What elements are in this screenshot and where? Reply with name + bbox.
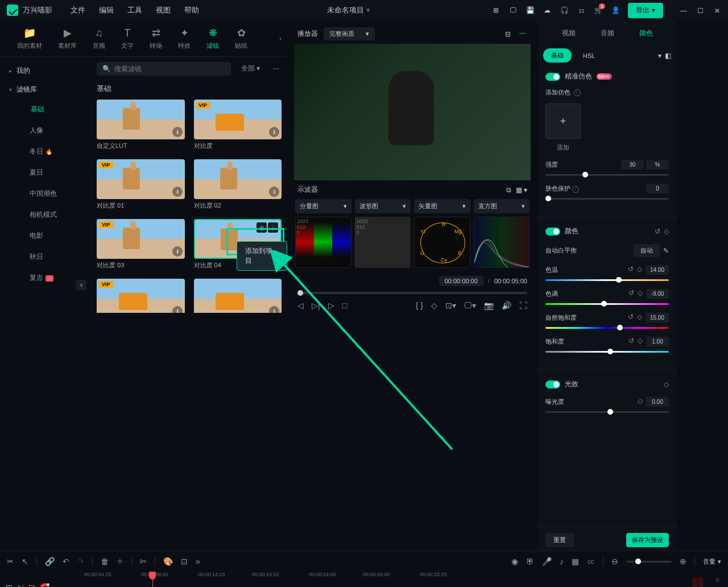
stop-icon[interactable]: □ xyxy=(342,301,347,310)
dropdown-icon[interactable]: ▾ xyxy=(658,52,661,60)
export-button[interactable]: 导出 ▾ xyxy=(628,3,663,18)
preset-contrast[interactable]: VIP⬇对比度 xyxy=(194,100,282,150)
reset-icon[interactable]: ↺ xyxy=(655,228,660,235)
subtab-basic[interactable]: 基础 xyxy=(543,48,572,63)
menu-view[interactable]: 视图 xyxy=(149,3,177,18)
tool-cc[interactable]: ㏄ xyxy=(587,556,595,567)
mark-icon[interactable]: ◇ xyxy=(431,301,437,310)
zoom-out-icon[interactable]: ⊖ xyxy=(611,557,618,566)
menu-file[interactable]: 文件 xyxy=(64,3,92,18)
menu-help[interactable]: 帮助 xyxy=(177,3,206,18)
zoom-slider[interactable] xyxy=(626,561,672,563)
layout-icon[interactable]: ⊞ xyxy=(491,6,500,15)
monitor-icon[interactable]: 🖵 xyxy=(508,6,518,15)
tl-group-icon[interactable]: ⊟ xyxy=(28,583,35,587)
scope-tab-waveform[interactable]: 波形图▾ xyxy=(355,199,411,213)
fullscreen-icon[interactable]: ⛶ xyxy=(519,301,527,310)
tool-music-note[interactable]: ♪ xyxy=(560,557,564,566)
headset-icon[interactable]: 🎧 xyxy=(560,6,569,15)
menu-edit[interactable]: 编辑 xyxy=(92,3,121,18)
tool-delete[interactable]: 🗑 xyxy=(101,557,109,566)
filter-dropdown[interactable]: 全部 ▾ xyxy=(235,61,266,76)
subtab-hsl[interactable]: HSL xyxy=(575,49,603,62)
tool-color[interactable]: 🎨 xyxy=(163,557,173,566)
scope-tab-histogram[interactable]: 直方图▾ xyxy=(474,199,530,213)
tab-audio[interactable]: ♫音频 xyxy=(93,27,105,50)
tab-transition[interactable]: ⇄转场 xyxy=(150,27,162,50)
sidebar-cat-china[interactable]: 中国潮色 xyxy=(0,183,91,204)
quality-dropdown[interactable]: 完整画质▾ xyxy=(324,27,375,40)
tool-more[interactable]: » xyxy=(196,557,200,566)
tab-filters[interactable]: ❋滤镜 xyxy=(206,27,219,50)
sidebar-cat-winter[interactable]: 冬日🔥 xyxy=(0,141,91,162)
timeline-tracks[interactable]: 00:00:04:25 00:00:09:20 00:00:14:15 00:0… xyxy=(73,572,688,587)
tab-color[interactable]: 颜色 xyxy=(635,26,657,40)
volume-icon[interactable]: 🔊 xyxy=(502,301,511,310)
sidebar-cat-autumn[interactable]: 秋日 xyxy=(0,246,91,267)
bracket-icon[interactable]: { } xyxy=(416,301,423,310)
preset-item[interactable]: VIP⬇ xyxy=(97,279,185,313)
tool-split[interactable]: ✄ xyxy=(140,557,147,566)
skin-protect-slider[interactable] xyxy=(545,198,669,200)
exposure-slider[interactable] xyxy=(545,411,669,413)
tool-link[interactable]: 🔗 xyxy=(45,557,55,566)
prev-frame-icon[interactable]: ◁ xyxy=(297,301,304,310)
save-icon[interactable]: 💾 xyxy=(526,6,535,15)
compare-icon[interactable]: ◧ xyxy=(665,52,671,60)
tool-align[interactable]: ▦ xyxy=(572,557,579,566)
preset-contrast-01[interactable]: VIP⬇对比度 01 xyxy=(97,159,185,210)
tab-video[interactable]: 视频 xyxy=(557,26,580,40)
scope-tab-vector[interactable]: 矢量图▾ xyxy=(414,199,470,213)
waveform-toggle-icon[interactable]: 〰 xyxy=(518,30,527,39)
tab-stock[interactable]: ▶素材库 xyxy=(58,27,77,50)
auto-wb-button[interactable]: 自动 xyxy=(634,244,660,257)
scope-layout-icon[interactable]: ▦ ▾ xyxy=(516,186,527,194)
add-reference-button[interactable]: + xyxy=(545,104,581,139)
tool-eye[interactable]: ◉ xyxy=(511,557,518,566)
tab-audio[interactable]: 音频 xyxy=(596,26,619,40)
strength-slider[interactable] xyxy=(545,174,669,176)
scope-tab-parade[interactable]: 分量图▾ xyxy=(295,199,351,213)
tl-expand-icon[interactable]: ⇲ xyxy=(17,583,24,587)
sidebar-cat-camera[interactable]: 相机模式 xyxy=(0,204,91,225)
timeline-ruler[interactable]: 00:00:04:25 00:00:09:20 00:00:14:15 00:0… xyxy=(73,572,688,583)
preset-custom-lut[interactable]: ⬇自定义LUT xyxy=(97,100,185,150)
light-toggle[interactable] xyxy=(545,381,560,388)
playhead[interactable] xyxy=(152,572,153,587)
vibrance-slider[interactable] xyxy=(545,327,669,329)
preview-viewport[interactable] xyxy=(294,44,531,180)
scope-popout-icon[interactable]: ⧉ xyxy=(506,186,511,194)
play-icon[interactable]: ▷ xyxy=(328,301,334,310)
tool-crop[interactable]: ⊡ xyxy=(181,557,188,566)
sidebar-cat-portrait[interactable]: 人像 xyxy=(0,120,91,141)
minimize-icon[interactable]: — xyxy=(680,7,687,14)
cloud-icon[interactable]: ☁ xyxy=(543,6,552,15)
tl-magnet-icon[interactable]: 🧲 xyxy=(40,583,49,587)
tool-shield[interactable]: ⛨ xyxy=(526,557,534,566)
tab-text[interactable]: T文字 xyxy=(121,27,134,50)
sidebar-collapse-icon[interactable]: ‹ xyxy=(76,280,86,290)
saturation-slider[interactable] xyxy=(545,351,669,353)
tool-marker[interactable]: ✧ xyxy=(117,557,123,566)
snapshot-icon[interactable]: 📷 xyxy=(484,301,494,310)
menu-tools[interactable]: 工具 xyxy=(121,3,149,18)
sidebar-cat-summer[interactable]: 夏日 xyxy=(0,162,91,183)
tool-undo[interactable]: ↶ xyxy=(63,557,69,566)
maximize-icon[interactable]: ☐ xyxy=(697,7,704,14)
sidebar-cat-basic[interactable]: 基础 xyxy=(0,99,91,120)
close-icon[interactable]: ✕ xyxy=(714,7,721,14)
cart-icon[interactable]: 🛒1 xyxy=(594,6,603,15)
save-preset-button[interactable]: 保存为预设 xyxy=(626,533,669,547)
play-backward-icon[interactable]: ▷| xyxy=(312,301,320,310)
preset-contrast-03[interactable]: VIP⬇对比度 03 xyxy=(97,219,185,270)
temperature-slider[interactable] xyxy=(545,279,669,281)
tabs-scroll-right-icon[interactable]: › xyxy=(279,35,282,43)
preset-item[interactable]: ⬇ xyxy=(194,279,282,313)
tool-redo[interactable]: ↷ xyxy=(77,557,84,566)
info-icon[interactable]: i xyxy=(574,89,581,96)
tool-mic[interactable]: 🎤 xyxy=(542,557,552,566)
tool-arrow[interactable]: ↖ xyxy=(22,557,28,566)
reset-button[interactable]: 重置 xyxy=(545,533,574,547)
eyedropper-icon[interactable]: ✎ xyxy=(663,247,669,255)
zoom-in-icon[interactable]: ⊕ xyxy=(680,557,686,566)
